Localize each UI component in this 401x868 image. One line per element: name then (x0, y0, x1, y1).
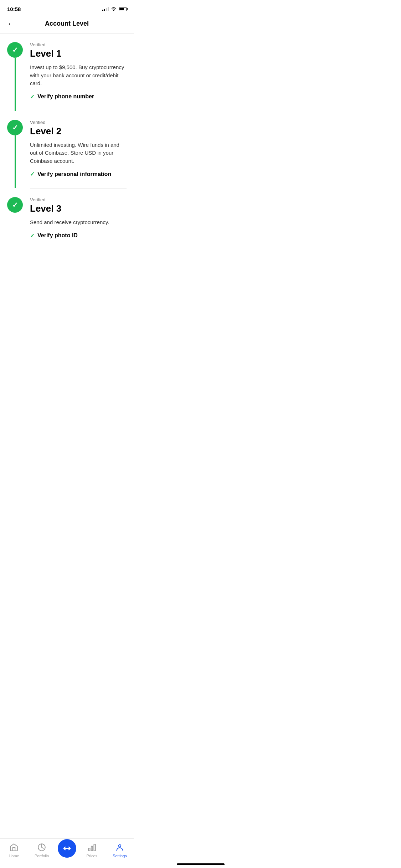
level-1-check-icon: ✓ (12, 46, 18, 53)
level-3-left: ✓ (7, 197, 23, 243)
level-1-right: Verified Level 1 Invest up to $9,500. Bu… (30, 42, 127, 111)
level-2-verify-check-icon: ✓ (30, 171, 35, 177)
level-3-verify-label: Verify photo ID (37, 232, 78, 239)
battery-icon (119, 7, 127, 11)
status-time: 10:58 (7, 6, 21, 12)
level-1-verify: ✓ Verify phone number (30, 93, 127, 100)
nav-header: ← Account Level (0, 16, 134, 33)
level-3-check-icon: ✓ (12, 201, 18, 208)
levels-container: ✓ Verified Level 1 Invest up to $9,500. … (0, 33, 134, 253)
level-2-title: Level 2 (30, 126, 127, 137)
level-3-verify: ✓ Verify photo ID (30, 232, 127, 239)
wifi-icon (111, 6, 117, 12)
level-2-verify: ✓ Verify personal information (30, 171, 127, 177)
level-2-status: Verified (30, 120, 127, 125)
level-3-description: Send and receive cryptocurrency. (30, 218, 127, 227)
level-3-title: Level 3 (30, 203, 127, 214)
level-3-circle: ✓ (7, 197, 23, 213)
level-1-description: Invest up to $9,500. Buy cryptocurrency … (30, 63, 127, 88)
level-1-title: Level 1 (30, 48, 127, 59)
level-3-right: Verified Level 3 Send and receive crypto… (30, 197, 127, 243)
level-divider-2 (30, 188, 127, 188)
status-icons (102, 6, 127, 12)
level-1-left: ✓ (7, 42, 23, 111)
level-2-check-icon: ✓ (12, 124, 18, 131)
level-1-status: Verified (30, 42, 127, 47)
level-1-verify-check-icon: ✓ (30, 93, 35, 100)
level-3-verify-check-icon: ✓ (30, 232, 35, 239)
level-2-verify-label: Verify personal information (37, 171, 111, 177)
level-2-circle: ✓ (7, 120, 23, 135)
level-2-left: ✓ (7, 120, 23, 188)
level-2-right: Verified Level 2 Unlimited investing. Wi… (30, 120, 127, 188)
level-3-status: Verified (30, 197, 127, 202)
status-bar: 10:58 (0, 0, 134, 16)
main-content: ✓ Verified Level 1 Invest up to $9,500. … (0, 33, 134, 253)
level-1-line (15, 58, 16, 111)
level-3-item: ✓ Verified Level 3 Send and receive cryp… (7, 197, 127, 243)
level-2-item: ✓ Verified Level 2 Unlimited investing. … (7, 120, 127, 188)
level-divider-1 (30, 111, 127, 111)
signal-bars-icon (102, 7, 109, 11)
level-2-line (15, 135, 16, 188)
level-1-circle: ✓ (7, 42, 23, 58)
level-1-verify-label: Verify phone number (37, 93, 94, 100)
level-2-description: Unlimited investing. Wire funds in and o… (30, 141, 127, 165)
level-1-item: ✓ Verified Level 1 Invest up to $9,500. … (7, 42, 127, 111)
page-title: Account Level (45, 20, 89, 27)
back-button[interactable]: ← (7, 20, 15, 28)
